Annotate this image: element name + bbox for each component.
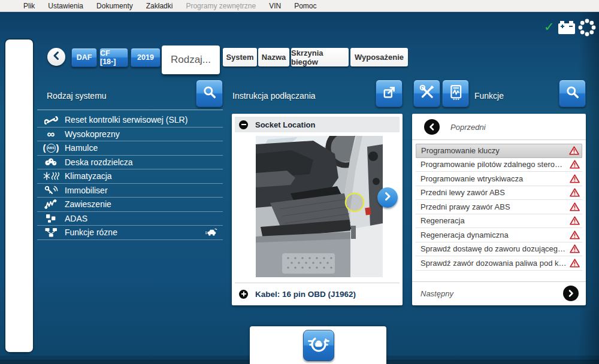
warning-icon — [570, 174, 580, 183]
system-item-suspension[interactable]: Zawieszenie — [37, 198, 223, 212]
warning-icon — [569, 146, 579, 155]
system-item-dashboard[interactable]: Deska rozdzielcza — [37, 156, 223, 170]
functions-search-button[interactable] — [559, 80, 586, 107]
crumb-skrzynia-biegow[interactable]: Skrzynia biegów — [291, 48, 349, 66]
function-item[interactable]: Programowanie kluczy — [416, 144, 582, 158]
climate-icon — [37, 171, 65, 181]
previous-label: Poprzedni — [450, 123, 486, 132]
status-ok-check-icon: ✓ — [544, 20, 555, 34]
adjustments-tools-button[interactable] — [413, 80, 440, 107]
external-link-icon — [382, 85, 397, 102]
system-item-label: Wysokoprezny — [65, 129, 223, 139]
back-button[interactable] — [47, 48, 65, 66]
crumb-wyposazenie[interactable]: Wyposażenie — [350, 48, 408, 66]
panel-divider — [235, 283, 400, 283]
dashboard-icon — [37, 157, 65, 166]
chevron-left-icon — [52, 51, 60, 63]
menu-vin[interactable]: VIN — [262, 2, 288, 10]
socket-location-photo — [256, 136, 383, 277]
socket-highlight-circle — [346, 193, 364, 211]
socket-location-bar: Socket Location — [235, 117, 400, 132]
vehicle-connect-button[interactable] — [303, 330, 334, 361]
measuring-equipment-button[interactable] — [442, 80, 469, 107]
network-icon — [37, 228, 65, 237]
dots-spinner-icon — [577, 18, 597, 40]
system-item-label: Reset kontrolki serwisowej (SLR) — [65, 115, 223, 125]
menubar: Plik Ustawienia Dokumenty Zakładki Progr… — [0, 0, 599, 12]
function-item[interactable]: Przedni prawy zawór ABS — [416, 200, 582, 214]
menu-plik[interactable]: Plik — [17, 2, 41, 10]
function-item[interactable]: Regeneracja — [416, 214, 582, 229]
search-icon — [565, 85, 580, 102]
connection-instruction-panel: Socket Location — [232, 114, 403, 305]
open-external-button[interactable] — [376, 80, 403, 107]
function-item[interactable]: Przedni lewy zawór ABS — [416, 186, 582, 201]
system-item-adas[interactable]: ADAS — [37, 212, 223, 226]
warning-icon — [570, 259, 580, 268]
car-icon — [205, 228, 218, 236]
system-item-misc[interactable]: Funkcje rózne — [37, 226, 223, 240]
warning-icon — [570, 244, 580, 253]
system-item-slr[interactable]: Reset kontrolki serwisowej (SLR) — [37, 113, 223, 128]
panel-divider — [412, 139, 586, 140]
cable-label: Kabel: 16 pin OBD (J1962) — [255, 290, 356, 299]
left-panel-title: Rodzaj systemu — [47, 91, 107, 101]
system-item-brakes[interactable]: (ABS) Hamulce — [37, 141, 223, 156]
system-type-list: Reset kontrolki serwisowej (SLR) ∞ Wysok… — [37, 113, 223, 240]
system-item-label: Deska rozdzielcza — [65, 157, 223, 167]
crumb-nazwa[interactable]: Nazwa — [258, 48, 289, 66]
menu-dokumenty[interactable]: Dokumenty — [90, 2, 140, 10]
function-item[interactable]: Regeneracja dynamiczna — [416, 228, 582, 242]
system-item-label: Funkcje rózne — [65, 228, 205, 237]
suspension-shock-icon — [37, 199, 65, 209]
move-cross-icon[interactable] — [239, 290, 248, 299]
cable-info-bar: Kabel: 16 pin OBD (J1962) — [235, 285, 400, 303]
abs-icon: (ABS) — [37, 144, 65, 153]
chevron-right-circle-icon — [563, 286, 579, 301]
menu-programy-zewnetrzne: Programy zewnętrzne — [179, 2, 262, 10]
search-icon — [202, 85, 217, 102]
immobiliser-key-icon — [37, 186, 65, 195]
system-search-button[interactable] — [196, 80, 223, 107]
menu-ustawienia[interactable]: Ustawienia — [41, 2, 90, 10]
menu-pomoc[interactable]: Pomoc — [288, 2, 323, 10]
panel-divider — [412, 281, 586, 282]
system-item-label: Hamulce — [65, 143, 223, 153]
system-item-climate[interactable]: Klimatyzacja — [37, 169, 223, 184]
system-item-immobiliser[interactable]: Immobiliser — [37, 184, 223, 198]
next-image-button[interactable] — [377, 187, 398, 208]
system-item-label: Immobiliser — [65, 186, 223, 195]
warning-icon — [570, 202, 580, 211]
menu-zakladki[interactable]: Zakładki — [140, 2, 180, 10]
functions-list: Programowanie kluczy Programowanie pilot… — [416, 144, 582, 271]
bottom-action-panel — [250, 326, 386, 364]
crumb-active-rodzaj[interactable]: Rodzaj... — [162, 46, 220, 74]
system-item-engine[interactable]: ∞ Wysokoprezny — [37, 128, 223, 142]
next-label: Następny — [420, 289, 453, 298]
system-item-label: ADAS — [65, 214, 223, 223]
crumb-system[interactable]: System — [223, 48, 257, 66]
function-item[interactable]: Programowanie wtryskiwacza — [416, 172, 582, 186]
function-item[interactable]: Sprawdź zawór dozowania paliwa pod kąt..… — [416, 256, 582, 271]
app-window: Plik Ustawienia Dokumenty Zakładki Progr… — [0, 0, 599, 364]
function-item[interactable]: Sprawdź dostawę do zaworu dozującego p..… — [416, 242, 582, 257]
previous-button[interactable]: Poprzedni — [417, 117, 581, 136]
collapse-minus-icon[interactable] — [239, 120, 248, 129]
tools-icon — [419, 84, 435, 102]
crumb-year[interactable]: 2019 — [131, 48, 161, 67]
warning-icon — [570, 216, 580, 225]
warning-icon — [570, 160, 580, 169]
crumb-model[interactable]: CF [18-] — [99, 48, 128, 67]
engine-icon: ∞ — [37, 130, 65, 138]
functions-panel: Poprzedni Programowanie kluczy Programow… — [412, 114, 586, 305]
system-item-label: Zawieszenie — [65, 199, 223, 209]
function-item[interactable]: Programowanie pilotów zdalnego sterowani… — [416, 158, 582, 172]
wrench-icon — [37, 116, 65, 125]
left-panel-underline — [37, 110, 223, 110]
sidebar — [4, 38, 34, 353]
next-button[interactable]: Następny — [417, 284, 581, 303]
crumb-daf[interactable]: DAF — [71, 48, 97, 67]
connection-panel-title: Instrukcja podłączania — [232, 91, 316, 101]
chevron-left-circle-icon — [424, 119, 440, 135]
warning-icon — [570, 188, 580, 197]
